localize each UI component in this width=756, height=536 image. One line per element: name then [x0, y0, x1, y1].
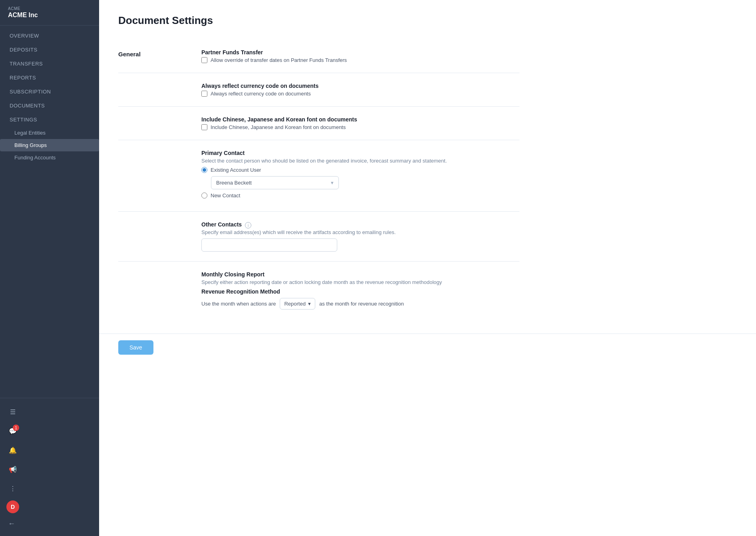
radio-new-contact-row: New Contact — [201, 193, 519, 199]
existing-user-dropdown-value: Breena Beckett — [216, 180, 252, 186]
section-currency-code: Always reflect currency code on document… — [118, 73, 519, 107]
other-contacts-body: Other Contacts i Specify email address(e… — [201, 221, 519, 252]
sidebar-item-deposits[interactable]: DEPOSITS — [0, 43, 99, 57]
monthly-closing-section-label — [118, 271, 182, 310]
existing-user-dropdown[interactable]: Breena Beckett ▾ — [211, 176, 339, 189]
other-contacts-desc: Specify email address(es) which will rec… — [201, 229, 519, 235]
section-other-contacts: Other Contacts i Specify email address(e… — [118, 212, 519, 262]
other-contacts-section-label — [118, 221, 182, 252]
company-name: ACME Inc — [8, 12, 91, 19]
section-cjk-font: Include Chinese, Japanese and Korean fon… — [118, 107, 519, 140]
general-label: General — [118, 49, 182, 63]
cjk-checkbox-label[interactable]: Include Chinese, Japanese and Korean fon… — [211, 124, 346, 130]
sidebar-item-subscription[interactable]: SUBSCRIPTION — [0, 85, 99, 99]
revenue-recognition-label: Revenue Recognition Method — [201, 288, 519, 295]
sidebar-item-settings[interactable]: SETTINGS — [0, 113, 99, 127]
revenue-recognition-row: Use the month when actions are Reported … — [201, 298, 519, 310]
avatar[interactable]: D — [6, 500, 19, 513]
cjk-body: Include Chinese, Japanese and Korean fon… — [201, 116, 519, 130]
cjk-checkbox[interactable] — [201, 124, 207, 130]
monthly-closing-desc: Specify either action reporting date or … — [201, 279, 519, 285]
currency-body: Always reflect currency code on document… — [201, 83, 519, 97]
sidebar-sub-item-legal-entities[interactable]: Legal Entities — [0, 127, 99, 139]
sidebar-nav: OVERVIEWDEPOSITSTRANSFERSREPORTSSUBSCRIP… — [0, 26, 99, 398]
collapse-button[interactable]: ← — [0, 516, 99, 531]
partner-funds-body: Partner Funds Transfer Allow override of… — [201, 49, 519, 63]
currency-checkbox-label[interactable]: Always reflect currency code on document… — [211, 91, 311, 97]
other-contacts-info-icon[interactable]: i — [245, 222, 251, 228]
bell-icon[interactable]: 🔔 — [5, 442, 21, 458]
sidebar: ACME ACME Inc OVERVIEWDEPOSITSTRANSFERSR… — [0, 0, 99, 536]
sidebar-item-documents[interactable]: DOCUMENTS — [0, 99, 99, 113]
main-content: Document Settings General Partner Funds … — [99, 0, 756, 536]
chat-icon[interactable]: 💬 1 — [5, 423, 21, 439]
sidebar-sub-item-billing-groups[interactable]: Billing Groups — [0, 139, 99, 151]
sidebar-item-reports[interactable]: REPORTS — [0, 71, 99, 85]
company-label: ACME — [8, 6, 91, 11]
sidebar-item-overview[interactable]: OVERVIEW — [0, 29, 99, 43]
page-title: Document Settings — [118, 14, 519, 27]
currency-checkbox-row: Always reflect currency code on document… — [201, 91, 519, 97]
partner-funds-title: Partner Funds Transfer — [201, 49, 519, 56]
primary-contact-desc: Select the contact person who should be … — [201, 158, 519, 164]
monthly-closing-title: Monthly Closing Report — [201, 271, 519, 278]
reported-dropdown[interactable]: Reported ▾ — [280, 298, 315, 310]
partner-funds-checkbox[interactable] — [201, 57, 207, 63]
radio-new-contact[interactable] — [201, 193, 207, 199]
reported-chevron-icon: ▾ — [308, 301, 311, 307]
sidebar-bottom: ☰ 💬 1 🔔 📢 ⋮ D ← — [0, 398, 99, 536]
partner-funds-checkbox-label[interactable]: Allow override of transfer dates on Part… — [211, 57, 347, 63]
primary-contact-title: Primary Contact — [201, 150, 519, 156]
section-monthly-closing: Monthly Closing Report Specify either ac… — [118, 262, 519, 319]
cjk-checkbox-row: Include Chinese, Japanese and Korean fon… — [201, 124, 519, 130]
reported-dropdown-value: Reported — [284, 301, 305, 307]
primary-contact-body: Primary Contact Select the contact perso… — [201, 150, 519, 202]
section-primary-contact: Primary Contact Select the contact perso… — [118, 140, 519, 212]
monthly-closing-body: Monthly Closing Report Specify either ac… — [201, 271, 519, 310]
list-icon[interactable]: ☰ — [5, 404, 21, 420]
save-button[interactable]: Save — [118, 340, 153, 355]
use-month-prefix: Use the month when actions are — [201, 301, 276, 307]
primary-contact-section-label — [118, 150, 182, 202]
cjk-section-label — [118, 116, 182, 130]
megaphone-icon[interactable]: 📢 — [5, 461, 21, 477]
sidebar-header: ACME ACME Inc — [0, 0, 99, 26]
other-contacts-input[interactable] — [201, 238, 337, 252]
chat-badge: 1 — [13, 425, 19, 431]
radio-new-contact-label[interactable]: New Contact — [211, 193, 240, 199]
dots-icon[interactable]: ⋮ — [5, 480, 21, 496]
radio-existing-user[interactable] — [201, 167, 207, 173]
chevron-down-icon: ▾ — [331, 180, 334, 186]
sidebar-sub-item-funding-accounts[interactable]: Funding Accounts — [0, 151, 99, 164]
section-partner-funds: General Partner Funds Transfer Allow ove… — [118, 40, 519, 73]
footer-bar: Save — [99, 334, 756, 361]
currency-title: Always reflect currency code on document… — [201, 83, 519, 89]
partner-funds-checkbox-row: Allow override of transfer dates on Part… — [201, 57, 519, 63]
other-contacts-title: Other Contacts — [201, 221, 242, 228]
currency-section-label — [118, 83, 182, 97]
currency-checkbox[interactable] — [201, 91, 207, 97]
sidebar-item-transfers[interactable]: TRANSFERS — [0, 57, 99, 71]
cjk-title: Include Chinese, Japanese and Korean fon… — [201, 116, 519, 123]
radio-existing-label[interactable]: Existing Account User — [211, 167, 261, 173]
use-month-suffix: as the month for revenue recognition — [319, 301, 404, 307]
radio-existing-row: Existing Account User — [201, 167, 519, 173]
